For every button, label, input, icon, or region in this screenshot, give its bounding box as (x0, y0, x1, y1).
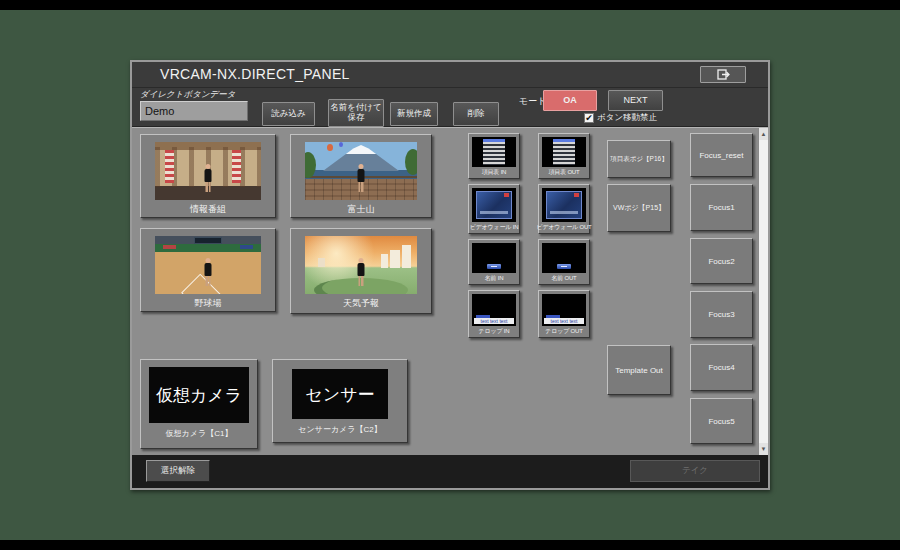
button-move-lock-row: ✔ ボタン移動禁止 (584, 112, 657, 124)
focus4-button[interactable]: Focus4 (690, 344, 753, 391)
presenter-figure (357, 258, 366, 286)
item-list-rows (553, 139, 575, 165)
save-as-button[interactable]: 名前を付けて保存 (328, 99, 384, 127)
camera-button-sensor-c2[interactable]: センサー センサーカメラ【C2】 (272, 359, 408, 443)
load-button[interactable]: 読み込み (262, 102, 315, 126)
overlay-button-komokuhyo-in[interactable]: 項目表 IN (468, 133, 520, 179)
item-list-rows (483, 139, 505, 165)
weather-thumbnail (305, 236, 417, 294)
footer-bar: 選択解除 テイク (132, 455, 768, 488)
studio-striped-column (165, 150, 174, 182)
vertical-scrollbar[interactable]: ▲ ▼ (758, 128, 768, 455)
building (402, 245, 411, 268)
position-button-vw-p15[interactable]: VWポジ【P15】 (607, 184, 671, 232)
focus-reset-button[interactable]: Focus_reset (690, 133, 753, 177)
overlay-button-telop-out[interactable]: text text text テロップ OUT (538, 290, 590, 338)
overlay-label: 名前 OUT (551, 274, 576, 283)
overlay-button-videowall-out[interactable]: ビデオウォール OUT (538, 184, 590, 234)
panel-switch-icon (717, 69, 730, 80)
name-plate (487, 264, 502, 269)
overlay-label: テロップ IN (479, 327, 510, 336)
telop-text: text text text (544, 318, 584, 324)
take-button[interactable]: テイク (630, 460, 760, 482)
focus3-button[interactable]: Focus3 (690, 291, 753, 338)
studio-thumbnail (155, 142, 261, 200)
scene-button-fujisan[interactable]: 富士山 (290, 134, 432, 218)
telop-text: text text text (474, 318, 514, 324)
overlay-button-telop-in[interactable]: text text text テロップ IN (468, 290, 520, 338)
outfield-banner (240, 245, 253, 249)
scene-button-tenki-yoho[interactable]: 天気予報 (290, 228, 432, 314)
camera-label: 仮想カメラ【C1】 (166, 428, 233, 439)
camera-button-virtual-c1[interactable]: 仮想カメラ 仮想カメラ【C1】 (140, 359, 258, 449)
tree (305, 152, 316, 178)
direct-button-data-label: ダイレクトボタンデータ (140, 89, 236, 101)
overlay-button-komokuhyo-out[interactable]: 項目表 OUT (538, 133, 590, 179)
hot-air-balloon (339, 142, 343, 147)
scene-button-joho-bangumi[interactable]: 情報番組 (140, 134, 276, 218)
overlay-label: 項目表 IN (482, 168, 506, 177)
videowall-caption (480, 211, 507, 214)
scroll-up-icon[interactable]: ▲ (759, 128, 768, 140)
mode-oa-button[interactable]: OA (543, 90, 597, 111)
scene-label: 情報番組 (190, 203, 226, 216)
presenter-figure (357, 164, 366, 192)
building (381, 254, 388, 269)
videowall-thumbnail (472, 188, 516, 222)
panel-switch-button[interactable] (700, 66, 746, 83)
overlay-button-namae-out[interactable]: 名前 OUT (538, 239, 590, 285)
direct-button-data-input[interactable] (140, 101, 248, 121)
focus2-button[interactable]: Focus2 (690, 238, 753, 284)
deselect-button[interactable]: 選択解除 (146, 460, 210, 482)
fuji-thumbnail (305, 142, 417, 200)
overlay-button-namae-in[interactable]: 名前 IN (468, 239, 520, 285)
position-button-komokuhyo-p16[interactable]: 項目表ポジ【P16】 (607, 140, 671, 178)
scene-label: 富士山 (348, 203, 375, 216)
videowall-logo (504, 193, 509, 197)
sensor-camera-thumb-text: センサー (305, 383, 374, 406)
virtual-camera-thumbnail: 仮想カメラ (149, 367, 249, 423)
item-list-thumbnail (472, 137, 516, 167)
window-title: VRCAM-NX.DIRECT_PANEL (160, 66, 350, 82)
telop-thumbnail: text text text (472, 294, 516, 326)
header-bar: ダイレクトボタンデータ 読み込み 名前を付けて保存 新規作成 削除 モード OA… (132, 88, 768, 127)
camera-label: センサーカメラ【C2】 (298, 424, 381, 435)
nameplate-thumbnail (472, 243, 516, 273)
videowall-logo (574, 193, 579, 197)
baseball-thumbnail (155, 236, 261, 294)
template-out-button[interactable]: Template Out (607, 345, 671, 395)
hot-air-balloon (327, 144, 333, 151)
overlay-label: ビデオウォール OUT (537, 223, 592, 232)
focus5-button[interactable]: Focus5 (690, 398, 753, 444)
delete-button[interactable]: 削除 (453, 102, 499, 126)
scene-button-yakyujo[interactable]: 野球場 (140, 228, 276, 312)
presenter-figure (204, 258, 213, 286)
overlay-label: 名前 IN (485, 274, 504, 283)
presenter-figure (204, 164, 213, 192)
overlay-button-videowall-in[interactable]: ビデオウォール IN (468, 184, 520, 234)
scroll-down-icon[interactable]: ▼ (759, 443, 768, 455)
sensor-camera-thumbnail: センサー (292, 369, 388, 419)
name-plate (557, 264, 572, 269)
overlay-label: テロップ OUT (545, 327, 582, 336)
move-lock-label: ボタン移動禁止 (597, 112, 657, 124)
building (318, 258, 325, 267)
building (390, 250, 400, 269)
new-button[interactable]: 新規作成 (390, 102, 438, 126)
videowall-caption (550, 211, 577, 214)
desktop-background: VRCAM-NX.DIRECT_PANEL ダイレクトボタンデータ 読み込み 名… (0, 10, 900, 540)
direct-button-grid: 情報番組 富士山 (132, 127, 768, 455)
videowall-thumbnail (542, 188, 586, 222)
scene-label: 野球場 (195, 297, 222, 310)
title-bar: VRCAM-NX.DIRECT_PANEL (132, 62, 768, 88)
tree (405, 149, 417, 175)
nameplate-thumbnail (542, 243, 586, 273)
focus1-button[interactable]: Focus1 (690, 184, 753, 231)
mode-next-button[interactable]: NEXT (608, 90, 663, 111)
vrcam-direct-panel-window: VRCAM-NX.DIRECT_PANEL ダイレクトボタンデータ 読み込み 名… (130, 60, 770, 490)
videowall-screen (546, 191, 582, 220)
studio-striped-column (232, 150, 241, 182)
videowall-screen (476, 191, 512, 220)
move-lock-checkbox[interactable]: ✔ (584, 113, 594, 123)
scoreboard (194, 237, 222, 243)
